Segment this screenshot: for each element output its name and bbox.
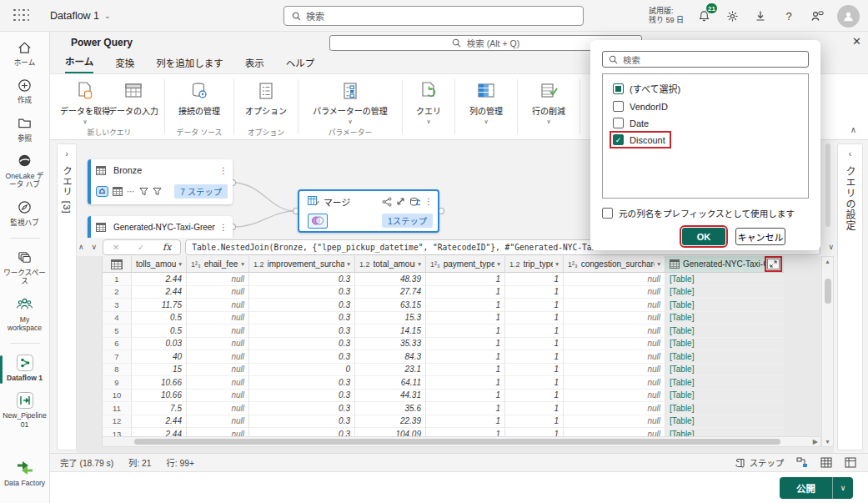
table-cell[interactable]: 84.3 <box>355 350 426 364</box>
query-node-merge[interactable]: マージ ⋮ 1ステップ <box>298 189 439 233</box>
table-cell[interactable]: 1 <box>426 376 505 390</box>
table-cell[interactable]: 1 <box>426 338 505 351</box>
table-cell[interactable]: 1 <box>426 350 505 364</box>
column-header-congestion_surcharge[interactable]: 1²₃congestion_surcharge▾ <box>564 256 665 273</box>
table-cell[interactable]: [Table] <box>665 390 784 403</box>
table-cell[interactable]: [Table] <box>665 376 784 390</box>
table-cell[interactable]: 27.74 <box>355 286 426 299</box>
scroll-up-arrow-icon[interactable]: ▲ <box>822 259 833 264</box>
help-button[interactable]: ? <box>780 8 797 24</box>
table-cell[interactable]: null <box>564 364 665 377</box>
column-filter-icon[interactable]: ▾ <box>657 260 660 268</box>
query-node-bronze[interactable]: Bronze ⋮ ⋯ 7 ステップ <box>88 159 233 204</box>
reduce-rows-button[interactable]: 行の削減 ∨ <box>524 78 573 135</box>
nav-new-pipeline[interactable]: New_Pipeline01 <box>0 391 50 429</box>
node-menu-icon[interactable]: ⋮ <box>424 197 433 206</box>
table-cell[interactable]: 1 <box>505 286 564 299</box>
expand-right-chevron-icon[interactable]: › <box>65 148 68 158</box>
picker-search-input[interactable]: 検索 <box>602 51 809 68</box>
table-view-button[interactable] <box>820 457 832 468</box>
manage-parameters-button[interactable]: パラメーターの管理 ∨ <box>305 78 395 125</box>
nav-my-workspace[interactable]: My workspace <box>0 295 50 333</box>
settings-button[interactable] <box>724 8 740 24</box>
table-cell[interactable]: 104.09 <box>355 428 426 436</box>
query-node-generated-nyc-taxi[interactable]: Generated-NYC-Taxi-Green-... ⋮ <box>88 216 233 238</box>
row-number[interactable]: 13 <box>103 428 132 436</box>
column-filter-icon[interactable]: ▾ <box>555 260 559 268</box>
diagram-scrollbar[interactable] <box>825 143 830 227</box>
refresh-destination-icon[interactable] <box>409 197 420 207</box>
table-cell[interactable]: 2.44 <box>132 428 187 436</box>
table-cell[interactable]: 1 <box>505 415 564 429</box>
table-cell[interactable]: null <box>564 299 665 312</box>
table-cell[interactable]: 15.3 <box>355 312 426 325</box>
table-cell[interactable]: 1 <box>426 273 505 286</box>
table-cell[interactable]: 0.3 <box>249 390 355 403</box>
table-cell[interactable]: 1 <box>426 286 505 299</box>
table-cell[interactable]: [Table] <box>665 273 784 286</box>
scrollbar-thumb[interactable] <box>825 279 831 304</box>
close-icon[interactable]: ✕ <box>852 35 861 48</box>
row-number[interactable]: 12 <box>103 415 132 429</box>
table-cell[interactable]: null <box>564 402 665 415</box>
table-cell[interactable]: null <box>187 312 249 325</box>
table-cell[interactable]: 2.44 <box>132 415 187 429</box>
picker-item--[interactable]: (すべて選択) <box>611 80 685 97</box>
nav-workspaces[interactable]: ワークスペース <box>0 249 50 286</box>
query-settings-panel-collapsed[interactable]: ‹ クエリの設定 <box>837 143 863 450</box>
publish-split-button[interactable]: 公開 ∨ <box>780 477 853 499</box>
table-cell[interactable]: 1 <box>426 428 505 436</box>
nav-monitoring-hub[interactable]: 監視ハブ <box>0 199 50 227</box>
table-cell[interactable]: 23.1 <box>355 364 426 377</box>
row-number[interactable]: 3 <box>103 299 132 312</box>
table-cell[interactable]: null <box>564 390 665 403</box>
table-cell[interactable]: null <box>187 324 249 338</box>
table-cell[interactable]: [Table] <box>665 324 784 338</box>
row-number[interactable]: 5 <box>103 324 132 338</box>
publish-dropdown-chevron-icon[interactable]: ∨ <box>832 477 853 499</box>
row-number[interactable]: 4 <box>103 312 132 325</box>
table-cell[interactable]: 0.3 <box>249 312 355 325</box>
formula-expand-chevron-icon[interactable]: ∨ <box>828 243 834 251</box>
table-cell[interactable]: 1 <box>426 324 505 338</box>
table-cell[interactable]: null <box>187 428 249 436</box>
table-cell[interactable]: 7.5 <box>132 402 187 415</box>
column-header-total_amount[interactable]: 1.2total_amount▾ <box>355 256 426 273</box>
table-cell[interactable]: [Table] <box>665 402 784 415</box>
queries-panel-collapsed[interactable]: › クエリ [3] <box>57 143 77 450</box>
picker-item-VendorID[interactable]: VendorID <box>611 99 672 113</box>
nav-dataflow-1[interactable]: Dataflow 1 <box>0 354 50 382</box>
step-down-chevron-icon[interactable]: ∨ <box>90 243 99 251</box>
table-cell[interactable]: 0.3 <box>249 286 355 299</box>
expand-node-icon[interactable] <box>396 197 405 206</box>
table-cell[interactable]: null <box>187 299 249 312</box>
get-data-button[interactable]: データを取得 ∨ <box>61 78 109 125</box>
table-cell[interactable]: 0.3 <box>249 402 355 415</box>
table-cell[interactable]: null <box>187 390 249 403</box>
picker-item-Date[interactable]: Date <box>611 116 653 130</box>
row-number[interactable]: 7 <box>103 350 132 364</box>
table-cell[interactable]: 0.5 <box>132 312 187 325</box>
column-header-ehail_fee[interactable]: 1²₃ehail_fee▾ <box>187 256 249 273</box>
node-menu-icon[interactable]: ⋮ <box>219 166 228 175</box>
nav-browse[interactable]: 参照 <box>0 114 50 143</box>
table-cell[interactable]: 1 <box>505 402 564 415</box>
table-cell[interactable]: 14.15 <box>355 324 426 338</box>
nav-create[interactable]: 作成 <box>0 76 50 104</box>
column-filter-icon[interactable]: ▾ <box>418 260 421 268</box>
table-cell[interactable]: null <box>187 402 249 415</box>
node-steps-badge[interactable]: 1ステップ <box>382 214 433 228</box>
table-cell[interactable]: null <box>564 286 665 299</box>
table-cell[interactable]: 1 <box>426 402 505 415</box>
table-cell[interactable]: null <box>564 324 665 338</box>
column-filter-icon[interactable]: ▾ <box>241 260 244 268</box>
table-cell[interactable]: 2.44 <box>132 286 187 299</box>
manage-columns-button[interactable]: 列の管理 ∨ <box>462 78 510 135</box>
table-cell[interactable]: null <box>187 376 249 390</box>
table-cell[interactable]: 15 <box>132 364 187 377</box>
table-cell[interactable]: 1 <box>505 390 564 403</box>
table-cell[interactable]: 22.39 <box>355 415 426 429</box>
nav-onelake-hub[interactable]: OneLake データ ハブ <box>0 152 50 189</box>
row-number[interactable]: 6 <box>103 338 132 351</box>
table-cell[interactable]: 1 <box>426 415 505 429</box>
